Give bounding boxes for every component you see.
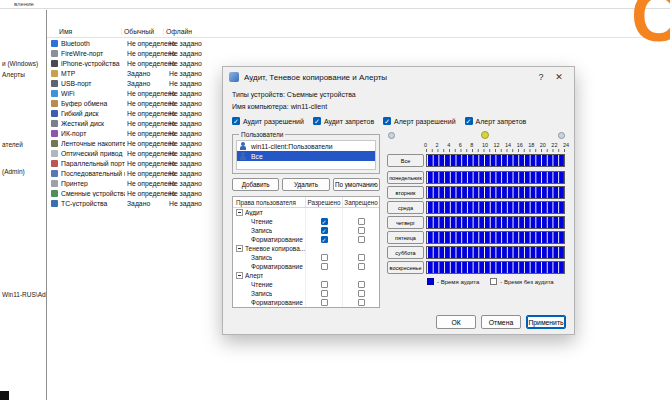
allowed-checkbox[interactable] xyxy=(321,227,328,234)
device-normal-value: Задано xyxy=(125,70,167,77)
day-button[interactable]: среда xyxy=(387,201,424,214)
rights-column-label[interactable]: Права пользователя xyxy=(233,197,305,207)
tree-item[interactable]: Win11-RUS\Adm xyxy=(2,291,46,298)
day-button[interactable]: понедельник xyxy=(387,171,424,184)
checkbox-icon[interactable] xyxy=(232,117,240,125)
device-name: Bluetooth xyxy=(61,40,125,47)
audit-option[interactable]: Алерт разрешений xyxy=(383,117,455,125)
users-list[interactable]: win11-client:Пользователи Все xyxy=(236,140,376,170)
tree-item[interactable]: и (Windows) xyxy=(2,60,38,67)
users-group-label: Пользователи xyxy=(239,131,285,138)
schedule-grid-bar[interactable] xyxy=(426,201,565,214)
right-row: Чтение xyxy=(233,280,379,289)
right-label: Чтение xyxy=(245,218,273,225)
day-button[interactable]: вторник xyxy=(387,186,424,199)
column-header-name[interactable]: Имя xyxy=(47,28,121,35)
denied-checkbox[interactable] xyxy=(358,218,365,225)
device-row[interactable]: FireWire-порт Не определено Не задано xyxy=(47,48,670,58)
allowed-checkbox[interactable] xyxy=(321,281,328,288)
checkbox-icon[interactable] xyxy=(313,117,321,125)
right-row: Форматирование xyxy=(233,298,379,307)
column-header-normal[interactable]: Обычный xyxy=(121,28,163,35)
user-item[interactable]: win11-client:Пользователи xyxy=(237,141,375,151)
cancel-button[interactable]: Отмена xyxy=(481,315,521,329)
allowed-checkbox[interactable] xyxy=(321,299,328,306)
apply-button[interactable]: Применить xyxy=(526,315,566,329)
checkbox-icon[interactable] xyxy=(465,117,473,125)
checkbox-icon[interactable] xyxy=(383,117,391,125)
schedule-grid-bar[interactable] xyxy=(426,231,565,244)
allowed-checkbox[interactable] xyxy=(321,290,328,297)
device-offline-value: Не задано xyxy=(167,60,207,67)
remove-user-button[interactable]: Удалить xyxy=(282,178,329,191)
denied-checkbox[interactable] xyxy=(358,263,365,270)
users-groupbox: Пользователи win11-client:Пользователи В… xyxy=(232,131,380,174)
tree-item[interactable]: ателей xyxy=(2,141,23,148)
audit-option[interactable]: Аудит разрешений xyxy=(232,117,304,125)
menubar-fragment[interactable]: вление xyxy=(14,1,34,7)
add-user-button[interactable]: Добавить xyxy=(232,178,279,191)
tree-item[interactable]: (Admin) xyxy=(2,168,25,175)
schedule-grid-bar[interactable] xyxy=(426,171,565,184)
default-button[interactable]: По умолчанию xyxy=(333,178,380,191)
schedule-row: вторник xyxy=(387,186,565,199)
device-name: Гибкий диск xyxy=(61,110,125,117)
rights-header: Права пользователя Разрешено Запрещено xyxy=(233,197,379,208)
day-button[interactable]: четверг xyxy=(387,216,424,229)
schedule-row: пятница xyxy=(387,231,565,244)
rights-column-denied[interactable]: Запрещено xyxy=(342,197,379,207)
device-icon xyxy=(51,80,58,87)
denied-checkbox[interactable] xyxy=(358,290,365,297)
day-button[interactable]: суббота xyxy=(387,246,424,259)
checkbox-label: Аудит разрешений xyxy=(243,118,304,125)
schedule-grid-bar[interactable] xyxy=(426,154,565,167)
right-row: Форматирование xyxy=(233,235,379,244)
rights-column-allowed[interactable]: Разрешено xyxy=(305,197,342,207)
day-button[interactable]: воскресенье xyxy=(387,261,424,274)
allowed-checkbox[interactable] xyxy=(321,218,328,225)
day-button[interactable]: Все xyxy=(387,154,424,167)
right-label: Запись xyxy=(245,290,272,297)
audit-option[interactable]: Аудит запретов xyxy=(313,117,374,125)
denied-checkbox[interactable] xyxy=(358,236,365,243)
denied-checkbox[interactable] xyxy=(358,227,365,234)
allowed-checkbox[interactable] xyxy=(321,254,328,261)
device-icon xyxy=(51,40,58,47)
denied-checkbox[interactable] xyxy=(358,299,365,306)
schedule-grid-bar[interactable] xyxy=(426,186,565,199)
day-button[interactable]: пятница xyxy=(387,231,424,244)
device-normal-value: Не определено xyxy=(125,120,167,127)
device-icon xyxy=(51,130,58,137)
audit-option[interactable]: Алерт запретов xyxy=(465,117,527,125)
hour-ticks-row xyxy=(387,149,565,152)
help-button[interactable]: ? xyxy=(532,72,550,82)
right-label: Алерт xyxy=(245,272,263,279)
close-icon[interactable]: ✕ xyxy=(550,72,568,82)
expander-icon[interactable] xyxy=(236,245,243,252)
denied-checkbox[interactable] xyxy=(358,254,365,261)
allowed-checkbox[interactable] xyxy=(321,236,328,243)
user-item[interactable]: Все xyxy=(237,151,375,161)
device-normal-value: Задано xyxy=(125,80,167,87)
dialog-titlebar[interactable]: Аудит, Теневое копирование и Алерты ? ✕ xyxy=(223,67,574,87)
device-offline-value: Не задано xyxy=(167,110,207,117)
right-row: Алерт xyxy=(233,271,379,280)
expander-icon[interactable] xyxy=(236,272,243,279)
column-header-offline[interactable]: Офлайн xyxy=(163,28,203,35)
schedule-row: Все xyxy=(387,154,565,167)
tree-item[interactable]: Алерты xyxy=(2,71,25,78)
device-normal-value: Не определено xyxy=(125,60,167,67)
no-audit-time-swatch xyxy=(490,278,497,285)
ok-button[interactable]: ОК xyxy=(436,315,476,329)
device-row[interactable]: Bluetooth Не определено Не задано xyxy=(47,38,670,48)
schedule-grid-bar[interactable] xyxy=(426,216,565,229)
allowed-checkbox[interactable] xyxy=(321,263,328,270)
schedule-grid-bar[interactable] xyxy=(426,246,565,259)
device-types-line: Типы устройств: Съемные устройства xyxy=(232,91,565,101)
schedule-grid-bar[interactable] xyxy=(426,261,565,274)
expander-icon[interactable] xyxy=(236,209,243,216)
right-row: Запись xyxy=(233,253,379,262)
denied-checkbox[interactable] xyxy=(358,281,365,288)
device-normal-value: Не определено xyxy=(125,150,167,157)
device-name: ТС-устройства xyxy=(61,200,125,207)
